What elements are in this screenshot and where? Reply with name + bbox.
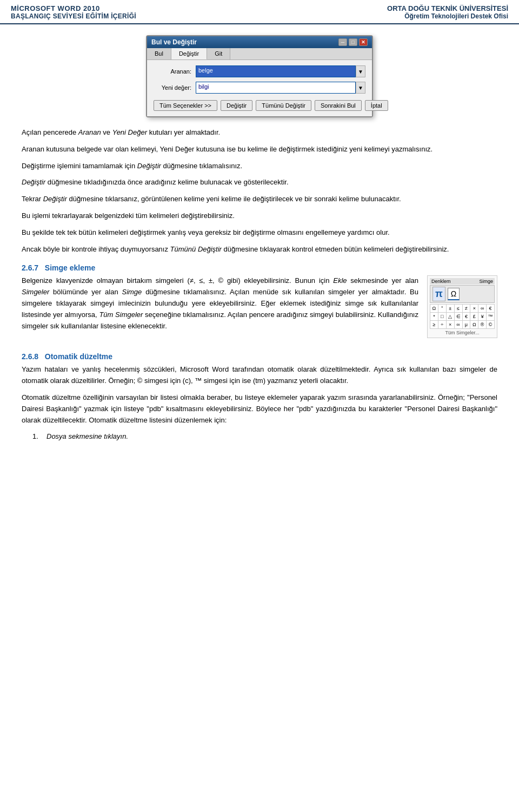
section-267-title: Simge ekleme [45, 263, 95, 272]
yenideger-input-wrap: bilgi ▼ [196, 82, 365, 94]
close-button[interactable]: ✕ [359, 38, 368, 46]
tab-git[interactable]: Git [207, 48, 230, 60]
omega-button[interactable]: Ω [448, 288, 460, 300]
simge-cell[interactable]: ÷ [438, 321, 446, 328]
step-1-text: Dosya sekmesine tıklayın. [46, 431, 497, 443]
header-left: MİCROSOFT WORD 2010 BAŞLANGIÇ SEVİYESİ E… [11, 4, 136, 20]
maximize-button[interactable]: □ [349, 38, 357, 46]
simge-cell[interactable]: ∈ [455, 313, 462, 320]
section-268-heading: 2.6.8 Otomatik düzeltme [22, 352, 497, 361]
iptal-button[interactable]: İptal [365, 100, 388, 111]
dialog-window-controls: ─ □ ✕ [338, 38, 368, 46]
simge-grid: Ω ° ± ≤ ≠ × ∞ € * □ △ ∈ € £ ¥ ™ ≥ ÷ × ∞ [430, 304, 495, 329]
yenideger-row: Yeni değer: bilgi ▼ [154, 82, 365, 94]
tum-simgeler-link[interactable]: Tüm Simgeler... [430, 330, 495, 335]
aranan-dropdown-arrow[interactable]: ▼ [356, 65, 365, 77]
section-268-title: Otomatik düzeltme [45, 352, 112, 361]
simge-cell[interactable]: ≠ [463, 305, 470, 312]
sonrakini-bul-button[interactable]: Sonrakini Bul [315, 100, 362, 111]
simge-cell[interactable]: ¥ [478, 313, 486, 320]
section-267-heading: 2.6.7 Simge ekleme [22, 263, 497, 272]
simge-cell[interactable]: ± [447, 305, 454, 312]
paragraph-3: Değiştirme işlemini tamamlamak için Deği… [22, 161, 497, 172]
yenideger-dropdown-arrow[interactable]: ▼ [356, 82, 365, 94]
simge-cell[interactable]: ≤ [455, 305, 462, 312]
aranan-label: Aranan: [154, 68, 191, 75]
paragraph-2: Aranan kutusuna belgede var olan kelimey… [22, 144, 497, 155]
simge-cell[interactable]: △ [447, 313, 454, 320]
tab-bul[interactable]: Bul [147, 48, 171, 60]
simge-label: Simge [479, 279, 493, 284]
dialog-container: Bul ve Değiştir ─ □ ✕ Bul Değiştir Git A… [22, 35, 497, 117]
simge-cell[interactable]: ® [478, 321, 486, 328]
tum-secenekler-button[interactable]: Tüm Seçenekler >> [154, 100, 217, 111]
simge-label-row: Denklem Simge [430, 278, 495, 285]
paragraph-6: Bu işlemi tekrarlayarak belgenizdeki tüm… [22, 210, 497, 222]
denklem-label: Denklem [431, 279, 451, 284]
simge-para-1: Belgenize klavyenizde olmayan birtakım s… [22, 275, 497, 332]
aranan-value: belge [198, 67, 213, 74]
simge-cell[interactable]: £ [470, 313, 478, 320]
simge-section: Denklem Simge π Ω Ω ° ± ≤ ≠ × ∞ € * □ △ … [22, 275, 497, 344]
paragraph-5: Tekrar Değiştir düğmesine tıklarsanız, g… [22, 194, 497, 205]
dialog-body: Aranan: belge ▼ Yeni değer: bilgi ▼ [147, 60, 372, 116]
simge-cell[interactable]: € [487, 305, 494, 312]
simge-cell[interactable]: Ω [470, 321, 478, 328]
simge-cell[interactable]: μ [463, 321, 470, 328]
paragraph-7: Bu şekilde tek tek bütün kelimeleri deği… [22, 227, 497, 239]
simge-cell[interactable]: × [447, 321, 454, 328]
dialog-tabs: Bul Değiştir Git [147, 48, 372, 60]
pi-symbol[interactable]: π [432, 287, 445, 301]
simge-panel: Denklem Simge π Ω Ω ° ± ≤ ≠ × ∞ € * □ △ … [427, 275, 497, 338]
step-1-num: 1. [32, 431, 42, 443]
simge-cell[interactable]: □ [438, 313, 446, 320]
page-header: MİCROSOFT WORD 2010 BAŞLANGIÇ SEVİYESİ E… [0, 0, 519, 24]
tab-degistir[interactable]: Değiştir [171, 48, 207, 60]
org-line1: ORTA DOĞU TEKNİK ÜNİVERSİTESİ [387, 4, 508, 12]
section-267-num: 2.6.7 [22, 263, 38, 272]
yenideger-input[interactable]: bilgi [196, 82, 356, 94]
minimize-button[interactable]: ─ [338, 38, 347, 46]
aranan-input[interactable]: belge [196, 65, 356, 77]
aranan-input-wrap: belge ▼ [196, 65, 365, 77]
header-right: ORTA DOĞU TEKNİK ÜNİVERSİTESİ Öğretim Te… [387, 4, 508, 20]
simge-cell[interactable]: € [463, 313, 470, 320]
numbered-steps-list: 1. Dosya sekmesine tıklayın. [32, 431, 497, 443]
simge-cell[interactable]: ∞ [455, 321, 462, 328]
title-line1: MİCROSOFT WORD 2010 [11, 4, 136, 12]
step-1: 1. Dosya sekmesine tıklayın. [32, 431, 497, 443]
paragraph-8: Ancak böyle bir kontrole ihtiyaç duymuyo… [22, 244, 497, 255]
simge-cell[interactable]: Ω [430, 305, 438, 312]
simge-toolbar: π Ω [430, 285, 495, 303]
otomatik-para-1: Yazım hataları ve yanlış hecelenmiş sözc… [22, 364, 497, 387]
find-replace-dialog: Bul ve Değiştir ─ □ ✕ Bul Değiştir Git A… [146, 35, 373, 117]
paragraph-1: Açılan pencerede Aranan ve Yeni Değer ku… [22, 127, 497, 138]
tumunu-degistir-button[interactable]: Tümünü Değiştir [256, 100, 311, 111]
simge-cell[interactable]: ™ [487, 313, 494, 320]
degistir-button[interactable]: Değiştir [221, 100, 252, 111]
simge-cell[interactable]: * [430, 313, 438, 320]
dialog-buttons: Tüm Seçenekler >> Değiştir Tümünü Değişt… [154, 98, 365, 111]
otomatik-para-2: Otomatik düzeltme özelliğinin varsayılan… [22, 392, 497, 426]
title-line2: BAŞLANGIÇ SEVİYESİ EĞİTİM İÇERİĞİ [11, 12, 136, 20]
dialog-title-bar: Bul ve Değiştir ─ □ ✕ [147, 36, 372, 48]
section-268-num: 2.6.8 [22, 352, 38, 361]
simge-cell[interactable]: © [487, 321, 494, 328]
simge-cell[interactable]: ∞ [478, 305, 486, 312]
simge-cell[interactable]: ° [438, 305, 446, 312]
dialog-title: Bul ve Değiştir [151, 38, 197, 46]
yenideger-value: bilgi [198, 83, 209, 90]
paragraph-4: Değiştir düğmesine tıkladığınızda önce a… [22, 177, 497, 188]
simge-cell[interactable]: ≥ [430, 321, 438, 328]
aranan-row: Aranan: belge ▼ [154, 65, 365, 77]
main-content: Bul ve Değiştir ─ □ ✕ Bul Değiştir Git A… [0, 24, 519, 459]
simge-cell[interactable]: × [470, 305, 478, 312]
yenideger-label: Yeni değer: [154, 84, 191, 91]
org-line2: Öğretim Teknolojileri Destek Ofisi [404, 12, 508, 20]
